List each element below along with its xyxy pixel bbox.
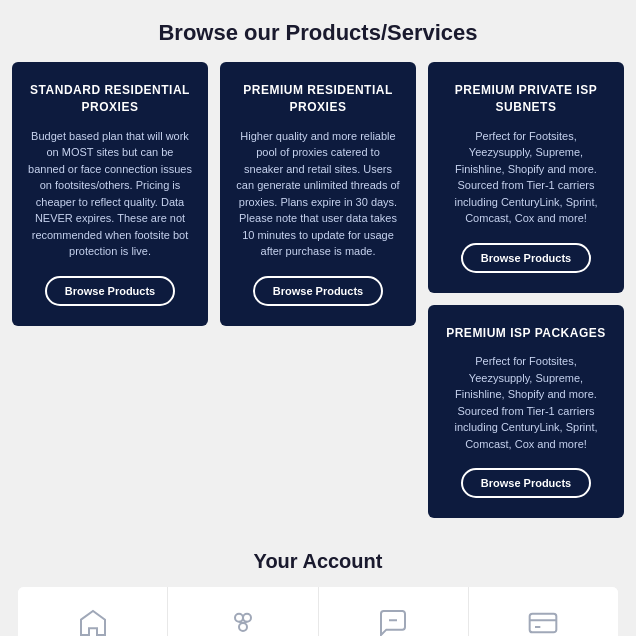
product-desc-premium-isp-packages: Perfect for Footsites, Yeezysupply, Supr… [444, 353, 608, 452]
account-tile-make-payment[interactable]: Make a Payment [469, 587, 618, 636]
product-card-premium-residential: PREMIUM RESIDENTIAL PROXIES Higher quali… [220, 62, 416, 326]
browse-btn-premium-private-isp[interactable]: Browse Products [461, 243, 591, 273]
chat-icon [375, 605, 411, 636]
product-desc-premium-residential: Higher quality and more reliable pool of… [236, 128, 400, 260]
account-tiles: Your Account Manage Services [18, 587, 618, 636]
services-icon [225, 605, 261, 636]
right-column: PREMIUM PRIVATE ISP SUBNETS Perfect for … [428, 62, 624, 518]
left-column: STANDARD RESIDENTIAL PROXIES Budget base… [12, 62, 208, 326]
payment-icon [525, 605, 561, 636]
page-title-section: Browse our Products/Services [0, 0, 636, 62]
browse-btn-standard-residential[interactable]: Browse Products [45, 276, 175, 306]
svg-point-0 [235, 614, 243, 622]
home-icon [75, 605, 111, 636]
account-tile-manage-services[interactable]: Manage Services [168, 587, 318, 636]
svg-line-4 [243, 622, 247, 623]
middle-column: PREMIUM RESIDENTIAL PROXIES Higher quali… [220, 62, 416, 326]
browse-btn-premium-residential[interactable]: Browse Products [253, 276, 383, 306]
product-title-standard-residential: STANDARD RESIDENTIAL PROXIES [28, 82, 192, 116]
svg-rect-6 [530, 614, 557, 633]
svg-line-3 [239, 622, 243, 623]
account-tile-support-requests[interactable]: Support Requests [319, 587, 469, 636]
account-tile-your-account[interactable]: Your Account [18, 587, 168, 636]
svg-point-2 [239, 623, 247, 631]
product-card-premium-isp-packages: PREMIUM ISP PACKAGES Perfect for Footsit… [428, 305, 624, 519]
products-grid: STANDARD RESIDENTIAL PROXIES Budget base… [0, 62, 636, 534]
browse-btn-premium-isp-packages[interactable]: Browse Products [461, 468, 591, 498]
account-section-title: Your Account [10, 550, 626, 573]
product-title-premium-private-isp: PREMIUM PRIVATE ISP SUBNETS [444, 82, 608, 116]
product-card-standard-residential: STANDARD RESIDENTIAL PROXIES Budget base… [12, 62, 208, 326]
product-desc-standard-residential: Budget based plan that will work on MOST… [28, 128, 192, 260]
page-wrapper: Browse our Products/Services STANDARD RE… [0, 0, 636, 636]
account-section: Your Account Your Account [0, 534, 636, 636]
page-title: Browse our Products/Services [10, 20, 626, 46]
product-card-premium-private-isp: PREMIUM PRIVATE ISP SUBNETS Perfect for … [428, 62, 624, 293]
product-title-premium-residential: PREMIUM RESIDENTIAL PROXIES [236, 82, 400, 116]
product-title-premium-isp-packages: PREMIUM ISP PACKAGES [446, 325, 606, 342]
svg-point-1 [243, 614, 251, 622]
product-desc-premium-private-isp: Perfect for Footsites, Yeezysupply, Supr… [444, 128, 608, 227]
